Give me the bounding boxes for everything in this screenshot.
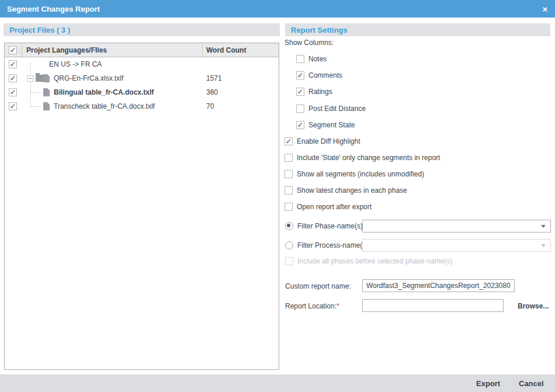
checkbox [285,257,293,265]
checkbox-label: Show all segments (includes unmodified) [297,170,424,178]
radio-label: Filter Phase-name(s): [297,222,365,230]
checkbox[interactable]: ✓ [296,121,304,129]
checkbox-item-enable-diff-highlight[interactable]: ✓ Enable Diff Highlight [285,137,360,145]
checkbox[interactable] [285,203,293,211]
phase-names-dropdown[interactable] [362,220,551,233]
radio-button[interactable] [285,222,293,230]
checkbox[interactable] [285,186,293,195]
checkbox-label: Show latest changes in each phase [297,186,407,195]
checkbox-item-notes[interactable]: Notes [296,55,327,63]
report-location-input[interactable] [362,299,504,312]
custom-report-name-label: Custom report name: [285,282,351,290]
radio-button[interactable] [285,241,293,249]
radio-filter-phase-names[interactable]: Filter Phase-name(s): [285,222,365,230]
file-icon [43,88,50,96]
export-button[interactable]: Export [476,374,500,392]
show-columns-label: Show Columns: [285,39,334,47]
checkbox-item-segment-state[interactable]: ✓ Segment State [296,121,355,129]
close-icon[interactable]: × [537,0,553,18]
language-pair-label: EN US -> FR CA [49,57,102,71]
checkbox-item-post-edit-distance[interactable]: Post Edit Distance [296,105,366,113]
chevron-down-icon [541,244,546,247]
project-files-table: ✓ Project Languages/FIles Word Count ✓ E… [4,43,279,370]
checkbox-item-include-state-only[interactable]: Include 'State' only change segments in … [285,154,440,162]
table-row-language[interactable]: ✓ EN US -> FR CA [5,57,279,71]
row-checkbox[interactable]: ✓ [9,74,17,82]
row-checkbox[interactable]: ✓ [9,102,17,110]
row-checkbox[interactable]: ✓ [9,60,17,68]
report-settings-section-header: Report Settings [285,23,550,36]
file-icon [43,102,50,110]
checkbox-label: Segment State [308,121,355,129]
report-location-label: Report Location:* [285,302,339,310]
checkbox-item-ratings[interactable]: ✓ Ratings [296,88,332,96]
process-names-dropdown [362,239,551,252]
checkbox[interactable] [285,154,293,162]
report-location-text: Report Location: [285,302,337,310]
file-name-label: Bilingual table_fr-CA.docx.txlf [54,85,154,99]
custom-report-name-input[interactable] [362,279,515,292]
browse-button[interactable]: Browse... [518,302,549,310]
project-files-section-header: Project Files ( 3 ) [4,23,280,36]
dialog-titlebar: Segment Changes Report [0,0,555,18]
required-asterisk: * [337,302,339,310]
cancel-button[interactable]: Cancel [519,374,544,392]
file-name-label: Transcheck table_fr-CA.docx.txlf [54,99,155,113]
checkbox[interactable] [296,55,304,63]
checkbox[interactable]: ✓ [296,88,304,96]
checkbox[interactable] [285,170,293,178]
word-count-value: 1571 [206,71,222,85]
select-all-checkbox[interactable]: ✓ [9,46,17,54]
column-header-word-count: Word Count [206,43,246,57]
checkbox-item-include-all-phases: Include all phases before selected phase… [285,257,453,265]
checkbox[interactable]: ✓ [285,137,293,145]
checkbox[interactable] [296,105,304,113]
checkbox-label: Enable Diff Highlight [297,137,360,145]
checkbox-item-open-report-after-export[interactable]: Open report after export [285,203,372,211]
column-separator [202,43,203,57]
checkbox-item-show-latest-changes[interactable]: Show latest changes in each phase [285,186,407,195]
checkbox-label: Comments [308,71,342,79]
segment-changes-report-dialog: Segment Changes Report × Project Files (… [0,0,555,392]
word-count-value: 70 [206,99,214,113]
file-icon [43,74,50,82]
file-name-label: QRG-En-FrCa.xlsx.txlf [54,71,123,85]
radio-filter-process-names[interactable]: Filter Process-name(s): [285,241,370,249]
checkbox-label: Include 'State' only change segments in … [297,154,440,162]
radio-label: Filter Process-name(s): [297,241,370,249]
checkbox-label: Open report after export [297,203,372,211]
column-separator [22,43,22,57]
project-files-title: Project Files ( 3 ) [9,26,70,34]
checkbox-label: Notes [308,55,327,63]
chevron-down-icon [541,225,546,228]
column-header-files: Project Languages/FIles [26,43,107,57]
checkbox-label: Ratings [308,88,332,96]
checkbox[interactable]: ✓ [296,71,304,79]
dialog-footer: Export Cancel [0,374,555,392]
table-header-row: ✓ Project Languages/FIles Word Count [5,43,279,57]
dialog-title: Segment Changes Report [7,5,100,13]
row-checkbox[interactable]: ✓ [9,88,17,96]
checkbox-label: Include all phases before selected phase… [297,257,453,265]
checkbox-label: Post Edit Distance [308,105,366,113]
checkbox-item-comments[interactable]: ✓ Comments [296,71,342,79]
report-settings-title: Report Settings [291,26,348,34]
word-count-value: 360 [206,85,218,99]
checkbox-item-show-all-segments[interactable]: Show all segments (includes unmodified) [285,170,424,178]
